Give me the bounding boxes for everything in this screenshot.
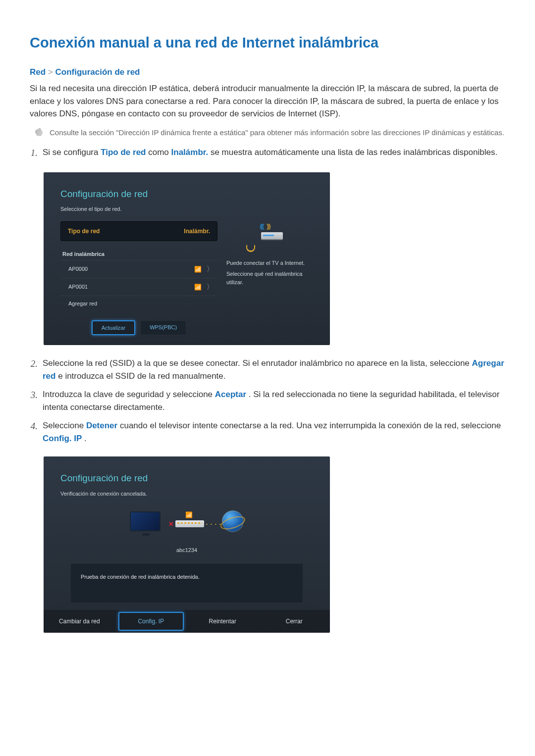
step-number: 4. xyxy=(30,419,43,445)
network-item[interactable]: AP0000 📶 〉 xyxy=(60,260,217,278)
breadcrumb-sep: > xyxy=(48,67,53,77)
breadcrumb-red: Red xyxy=(30,67,46,77)
network-type-label: Tipo de red xyxy=(68,227,100,236)
refresh-button[interactable]: Actualizar xyxy=(92,320,135,336)
connection-graphic: ✕ 📶 • • • • xyxy=(130,507,244,542)
intro-paragraph: Si la red necesita una dirección IP está… xyxy=(30,82,505,120)
keyword-detener: Detener xyxy=(86,421,117,430)
step-text: Si se configura xyxy=(43,148,101,157)
bottom-button-bar: Cambiar da red Config. IP Reintentar Cer… xyxy=(44,610,330,633)
router-illustration: ((( ))) xyxy=(240,221,300,256)
step-text: se muestra automáticamente una lista de … xyxy=(211,148,497,157)
network-type-value: Inalámbr. xyxy=(184,227,210,236)
tv-screenshot-connection-cancelled: Configuración de red Verificación de con… xyxy=(44,456,330,633)
step-text: . xyxy=(84,434,87,443)
panel-subtitle: Verificación de conexión cancelada. xyxy=(60,490,313,498)
dots-icon: • • • • xyxy=(206,521,222,527)
help-text-line2: Seleccione qué red inalámbrica utilizar. xyxy=(226,270,313,286)
network-item[interactable]: AP0001 📶 〉 xyxy=(60,278,217,296)
note-row: Consulte la sección "Dirección IP dinámi… xyxy=(30,125,505,144)
config-ip-button[interactable]: Config. IP xyxy=(115,610,187,633)
step-4: 4. Seleccione Detener cuando el televiso… xyxy=(30,416,505,448)
chevron-right-icon: 〉 xyxy=(207,282,214,292)
wifi-icon: 📶 xyxy=(185,510,193,519)
globe-icon xyxy=(222,510,244,532)
chevron-right-icon: 〉 xyxy=(207,264,214,274)
network-ssid: AP0001 xyxy=(68,283,88,291)
step-1: 1. Si se configura Tipo de red como Inal… xyxy=(30,143,505,163)
step-text: Introduzca la clave de seguridad y selec… xyxy=(43,390,215,399)
retry-button[interactable]: Reintentar xyxy=(187,610,259,633)
step-number: 2. xyxy=(30,357,43,382)
change-network-button[interactable]: Cambiar da red xyxy=(44,610,115,633)
disconnect-icon: ✕ xyxy=(168,519,174,529)
panel-title: Configuración de red xyxy=(60,187,313,202)
step-number: 1. xyxy=(30,146,43,160)
step-text: cuando el televisor intente conectarse a… xyxy=(120,421,501,430)
step-text: como xyxy=(148,148,171,157)
tv-screenshot-network-list: Configuración de red Seleccione el tipo … xyxy=(44,172,330,346)
panel-title: Configuración de red xyxy=(60,471,313,486)
step-number: 3. xyxy=(30,388,43,413)
page-title: Conexión manual a una red de Internet in… xyxy=(30,32,505,54)
close-button[interactable]: Cerrar xyxy=(259,610,330,633)
step-3: 3. Introduzca la clave de seguridad y se… xyxy=(30,385,505,416)
help-text-line1: Puede conectar el TV a Internet. xyxy=(226,259,313,267)
step-text: e introduzca el SSID de la red manualmen… xyxy=(58,371,225,381)
ssid-label: abc1234 xyxy=(60,546,313,554)
step-text: Seleccione xyxy=(43,421,86,430)
network-type-selector[interactable]: Tipo de red Inalámbr. xyxy=(60,221,217,241)
router-icon xyxy=(175,520,204,527)
note-text: Consulte la sección "Dirección IP dinámi… xyxy=(50,127,504,139)
breadcrumb: Red > Configuración de red xyxy=(30,66,505,79)
breadcrumb-config: Configuración de red xyxy=(55,67,140,77)
step-2: 2. Seleccione la red (SSID) a la que se … xyxy=(30,354,505,385)
wps-button[interactable]: WPS(PBC) xyxy=(140,320,186,336)
panel-subtitle: Seleccione el tipo de red. xyxy=(60,205,313,213)
keyword-inalambr: Inalámbr. xyxy=(171,148,209,157)
wifi-lock-icon: 📶 xyxy=(194,283,202,292)
step-text: Seleccione la red (SSID) a la que se des… xyxy=(43,358,472,368)
tv-icon xyxy=(130,511,160,531)
network-ssid: AP0000 xyxy=(68,265,88,273)
add-network-label: Agregar red xyxy=(68,300,97,308)
keyword-tipo-de-red: Tipo de red xyxy=(101,148,146,157)
wifi-lock-icon: 📶 xyxy=(194,265,202,274)
pencil-icon xyxy=(34,127,44,138)
keyword-config-ip: Config. IP xyxy=(43,434,82,443)
keyword-aceptar: Aceptar xyxy=(215,390,246,399)
add-network-item[interactable]: Agregar red xyxy=(60,296,217,311)
status-message: Prueba de conexión de red inalámbrica de… xyxy=(70,563,303,604)
wireless-heading: Red inalámbrica xyxy=(60,246,217,260)
